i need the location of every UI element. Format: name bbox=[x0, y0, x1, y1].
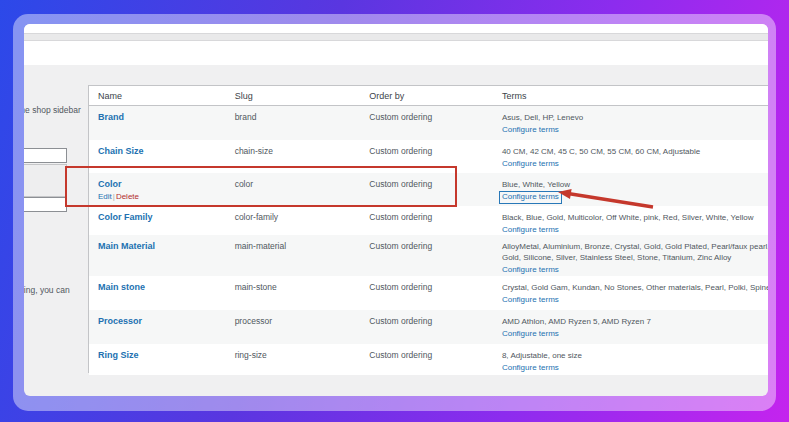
table-row: Brand brand Custom ordering Asus, Dell, … bbox=[89, 106, 768, 140]
terms-cell: AlloyMetal, Aluminium, Bronze, Crystal, … bbox=[497, 235, 768, 276]
attributes-table-body: Brand brand Custom ordering Asus, Dell, … bbox=[89, 106, 768, 375]
top-bar bbox=[24, 24, 768, 33]
header-name: Name bbox=[89, 91, 229, 101]
configure-terms-link[interactable]: Configure terms bbox=[502, 295, 559, 305]
top-divider-band bbox=[24, 33, 768, 41]
configure-terms-link[interactable]: Configure terms bbox=[502, 225, 559, 235]
order-by-cell: Custom ordering bbox=[363, 206, 497, 235]
configure-terms-link[interactable]: Configure terms bbox=[502, 265, 559, 275]
name-cell: Main Material bbox=[89, 235, 229, 276]
table-row: Main stone main-stone Custom ordering Cr… bbox=[89, 276, 768, 310]
header-order-by: Order by bbox=[363, 91, 497, 101]
terms-list: 40 CM, 42 CM, 45 C, 50 CM, 55 CM, 60 CM,… bbox=[502, 146, 768, 157]
name-cell: Processor bbox=[89, 310, 229, 344]
attribute-name-link[interactable]: Processor bbox=[98, 316, 142, 327]
table-row: Processor processor Custom ordering AMD … bbox=[89, 310, 768, 344]
slug-cell: ring-size bbox=[229, 344, 364, 375]
attributes-table-header: Name Slug Order by Terms bbox=[89, 86, 768, 106]
attribute-name-link[interactable]: Brand bbox=[98, 112, 124, 123]
header-slug: Slug bbox=[229, 91, 364, 101]
highlight-rectangle bbox=[65, 166, 457, 207]
terms-list: 8, Adjustable, one size bbox=[502, 350, 768, 361]
table-row: Main Material main-material Custom order… bbox=[89, 235, 768, 276]
order-by-cell: Custom ordering bbox=[363, 106, 497, 140]
attribute-name-input[interactable] bbox=[24, 148, 67, 163]
terms-list: AMD Athlon, AMD Ryzen 5, AMD Ryzen 7 bbox=[502, 316, 768, 327]
name-cell: Ring Size bbox=[89, 344, 229, 375]
slug-cell: main-material bbox=[229, 235, 364, 276]
terms-cell: Asus, Dell, HP, Lenevo Configure terms bbox=[497, 106, 768, 140]
attribute-name-link[interactable]: Main Material bbox=[98, 241, 155, 252]
terms-cell: 40 CM, 42 CM, 45 C, 50 CM, 55 CM, 60 CM,… bbox=[497, 140, 768, 173]
attributes-table: Name Slug Order by Terms Brand brand Cus… bbox=[88, 85, 768, 373]
sidebar-note-text: ring, you can bbox=[24, 285, 70, 295]
attribute-name-link[interactable]: Main stone bbox=[98, 282, 145, 293]
sidebar-help-text: the shop sidebar bbox=[24, 105, 81, 115]
order-by-cell: Custom ordering bbox=[363, 276, 497, 310]
slug-cell: main-stone bbox=[229, 276, 364, 310]
configure-terms-link[interactable]: Configure terms bbox=[502, 125, 559, 135]
attribute-name-link[interactable]: Ring Size bbox=[98, 350, 139, 361]
terms-cell: AMD Athlon, AMD Ryzen 5, AMD Ryzen 7 Con… bbox=[497, 310, 768, 344]
order-by-cell: Custom ordering bbox=[363, 235, 497, 276]
slug-cell: color-family bbox=[229, 206, 364, 235]
attribute-slug-input[interactable] bbox=[24, 197, 67, 212]
attribute-form-box[interactable] bbox=[24, 164, 67, 197]
page-header-band bbox=[24, 41, 768, 65]
name-cell: Brand bbox=[89, 106, 229, 140]
name-cell: Main stone bbox=[89, 276, 229, 310]
configure-terms-link[interactable]: Configure terms bbox=[502, 329, 559, 339]
attribute-name-link[interactable]: Chain Size bbox=[98, 146, 144, 157]
terms-list: Crystal, Gold Gam, Kundan, No Stones, Ot… bbox=[502, 282, 768, 293]
annotation-arrow-icon bbox=[548, 183, 668, 217]
configure-terms-link[interactable]: Configure terms bbox=[502, 159, 559, 169]
configure-terms-link[interactable]: Configure terms bbox=[502, 363, 559, 373]
slug-cell: processor bbox=[229, 310, 364, 344]
terms-list: AlloyMetal, Aluminium, Bronze, Crystal, … bbox=[502, 241, 768, 263]
screenshot-root: { "window": { "gradient_left": "#2c49e9"… bbox=[0, 0, 789, 422]
order-by-cell: Custom ordering bbox=[363, 344, 497, 375]
attribute-name-link[interactable]: Color Family bbox=[98, 212, 153, 223]
terms-list: Asus, Dell, HP, Lenevo bbox=[502, 112, 768, 123]
terms-cell: Crystal, Gold Gam, Kundan, No Stones, Ot… bbox=[497, 276, 768, 310]
name-cell: Color Family bbox=[89, 206, 229, 235]
table-row: Ring Size ring-size Custom ordering 8, A… bbox=[89, 344, 768, 375]
header-terms: Terms bbox=[497, 91, 768, 101]
order-by-cell: Custom ordering bbox=[363, 310, 497, 344]
slug-cell: brand bbox=[229, 106, 364, 140]
terms-cell: 8, Adjustable, one size Configure terms bbox=[497, 344, 768, 375]
